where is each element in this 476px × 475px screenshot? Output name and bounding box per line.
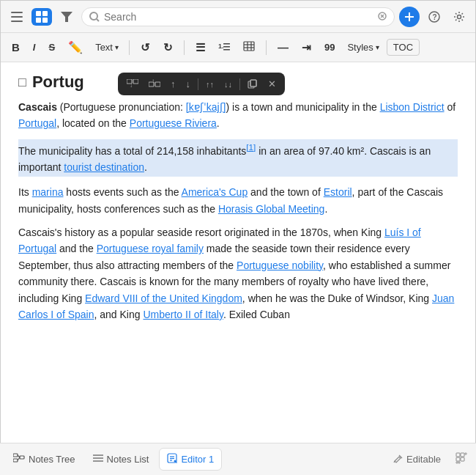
styles-label: Styles <box>347 42 373 53</box>
indent-button[interactable]: ⇥ <box>297 38 316 57</box>
divider-button[interactable]: — <box>272 38 294 56</box>
block-duplicate-button[interactable] <box>243 76 262 92</box>
editor-tab[interactable]: Editor 1 <box>159 448 222 471</box>
link-footnote-1[interactable]: [1] <box>246 142 256 152</box>
text-style-dropdown-icon: ▾ <box>115 43 119 51</box>
block-move-into-above-button[interactable]: ↓ <box>122 76 143 92</box>
svg-rect-2 <box>11 21 23 22</box>
notes-list-tab[interactable]: Notes List <box>86 449 157 470</box>
link-portugal[interactable]: Portugal <box>18 117 56 129</box>
highlight-button[interactable]: ✏️ <box>63 37 88 57</box>
svg-rect-53 <box>461 453 464 457</box>
block-move-up-button[interactable]: ↑ <box>166 76 180 92</box>
table-button[interactable] <box>238 38 260 56</box>
block-move-down-button[interactable]: ↓ <box>182 76 196 92</box>
svg-marker-7 <box>61 12 72 22</box>
svg-line-40 <box>18 457 20 460</box>
redo-button[interactable]: ↻ <box>158 38 178 57</box>
svg-rect-5 <box>36 18 41 23</box>
grid-view-button[interactable] <box>31 8 52 26</box>
svg-rect-4 <box>42 11 48 16</box>
block-move-top-button[interactable]: ↑↑ <box>201 77 218 92</box>
notes-tree-label: Notes Tree <box>29 454 75 465</box>
editable-button[interactable]: Editable <box>387 451 447 468</box>
svg-rect-3 <box>36 11 41 16</box>
strikethrough-button[interactable]: S <box>43 39 60 56</box>
italic-button[interactable]: I <box>28 39 41 56</box>
svg-text:↑: ↑ <box>152 79 155 84</box>
number-99-button[interactable]: 99 <box>319 39 340 56</box>
svg-rect-31 <box>155 82 160 86</box>
numbered-list-button[interactable]: 1. <box>213 38 235 56</box>
separator-1 <box>129 40 130 55</box>
add-button[interactable] <box>399 7 420 27</box>
link-edward-viii[interactable]: Edward VIII of the United Kingdom <box>85 292 242 304</box>
link-tourist-destination[interactable]: tourist destination <box>64 161 144 173</box>
link-americas-cup[interactable]: America's Cup <box>182 186 248 198</box>
settings-button[interactable] <box>449 8 469 26</box>
svg-rect-54 <box>465 453 466 454</box>
svg-rect-55 <box>456 457 460 461</box>
block-toolbar: ↓ ↑ ↑ ↓ ↑↑ ↓↓ ✕ <box>118 73 285 95</box>
bold-button[interactable]: B <box>7 38 25 56</box>
link-luis-i[interactable]: Luís I of Portugal <box>18 227 421 254</box>
svg-rect-21 <box>223 49 230 51</box>
notes-tree-icon <box>13 453 25 465</box>
content-area[interactable]: ↓ ↑ ↑ ↓ ↑↑ ↓↓ ✕ □ Portug <box>1 62 475 443</box>
svg-rect-57 <box>456 462 458 463</box>
search-input[interactable] <box>104 11 373 23</box>
styles-dropdown-icon: ▾ <box>376 43 379 51</box>
pencil-icon <box>393 454 403 465</box>
styles-area: Styles ▾ <box>343 39 383 56</box>
svg-text:↓: ↓ <box>130 82 133 89</box>
svg-rect-19 <box>223 43 230 45</box>
svg-point-8 <box>90 12 97 20</box>
block-close-button[interactable]: ✕ <box>264 76 280 92</box>
page-title-text: Portug <box>32 73 84 92</box>
link-marina[interactable]: marina <box>32 186 64 198</box>
text-style-button[interactable]: Text ▾ <box>91 39 123 56</box>
styles-button[interactable]: Styles ▾ <box>343 39 383 56</box>
paragraph-municipality: The municipality has a total of 214,158 … <box>18 139 458 177</box>
toc-button[interactable]: TOC <box>387 39 420 56</box>
undo-button[interactable]: ↺ <box>135 38 155 57</box>
editor-label: Editor 1 <box>181 454 214 465</box>
grid-icon-button[interactable] <box>453 449 470 470</box>
format-toolbar: B I S ✏️ Text ▾ ↺ ↻ ☰ 1. — ⇥ 99 Styles ▾ <box>1 33 475 62</box>
link-lisbon-district[interactable]: Lisbon District <box>380 101 445 113</box>
filter-button[interactable] <box>56 9 77 25</box>
separator-2 <box>184 40 185 55</box>
link-portuguese-riviera[interactable]: Portuguese Riviera <box>130 117 217 129</box>
svg-rect-36 <box>13 454 18 457</box>
page-icon: □ <box>18 75 26 90</box>
link-portuguese-nobility[interactable]: Portuguese nobility <box>237 259 323 271</box>
link-horasis[interactable]: Horasis Global Meeting <box>218 203 325 215</box>
svg-rect-20 <box>223 46 230 48</box>
svg-rect-37 <box>13 459 18 462</box>
svg-point-17 <box>458 15 461 18</box>
top-toolbar: ? <box>1 1 475 33</box>
svg-text:1.: 1. <box>218 43 224 50</box>
link-estoril[interactable]: Estoril <box>324 186 352 198</box>
block-separator-2 <box>239 78 240 90</box>
notes-list-label: Notes List <box>107 454 149 465</box>
paragraph-marina: Its marina hosts events such as the Amer… <box>18 184 458 217</box>
text-style-label: Text <box>95 42 113 53</box>
search-clear-button[interactable] <box>378 11 387 23</box>
block-move-into-below-button[interactable]: ↑ <box>144 76 165 92</box>
hamburger-button[interactable] <box>7 9 27 25</box>
svg-line-51 <box>394 461 395 463</box>
block-move-bottom-button[interactable]: ↓↓ <box>220 77 237 92</box>
svg-line-9 <box>97 19 99 21</box>
bullet-list-button[interactable]: ☰ <box>190 38 210 57</box>
link-umberto-ii[interactable]: Umberto II of Italy <box>143 309 223 320</box>
link-portuguese-royal-family[interactable]: Portuguese royal family <box>97 243 204 254</box>
search-icon <box>89 12 100 22</box>
separator-3 <box>266 40 267 55</box>
notes-tree-tab[interactable]: Notes Tree <box>6 449 83 470</box>
editor-icon <box>167 453 177 465</box>
help-button[interactable]: ? <box>424 8 445 26</box>
editable-label: Editable <box>406 454 441 465</box>
link-pronunciation[interactable]: [kɐʃˈkajʃ] <box>186 101 226 113</box>
svg-rect-38 <box>20 456 24 459</box>
